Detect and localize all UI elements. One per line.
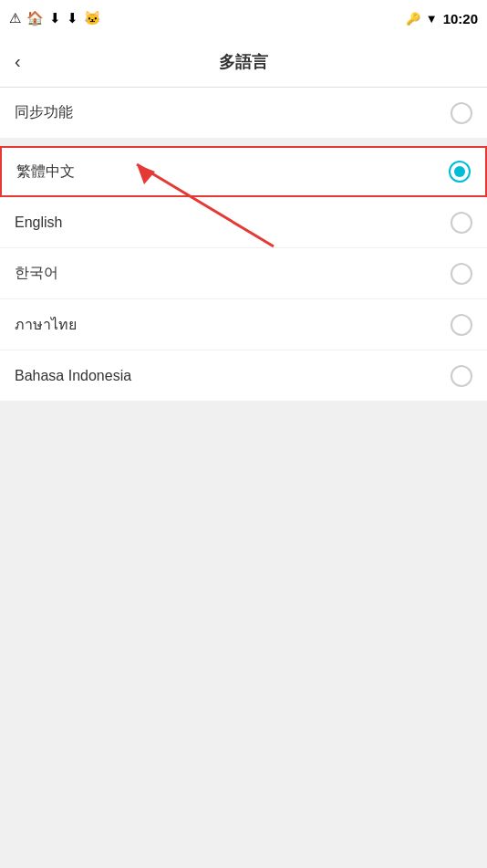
sync-section: 同步功能	[0, 88, 487, 139]
sync-function-item[interactable]: 同步功能	[0, 88, 487, 139]
korean-item[interactable]: 한국어	[0, 248, 487, 299]
traditional-chinese-item[interactable]: 繁體中文	[0, 146, 487, 197]
download-icon-2: ⬇	[67, 10, 78, 26]
download-icon-1: ⬇	[49, 10, 61, 26]
sync-function-label: 同步功能	[15, 103, 73, 122]
status-bar-left: ⚠ 🏠 ⬇ ⬇ 🐱	[9, 10, 101, 26]
english-label: English	[15, 214, 62, 231]
bahasa-radio[interactable]	[451, 365, 472, 387]
back-button[interactable]: ‹	[15, 51, 21, 72]
cat-icon: 🐱	[84, 10, 101, 26]
thai-item[interactable]: ภาษาไทย	[0, 299, 487, 350]
header: ‹ 多語言	[0, 37, 487, 88]
thai-label: ภาษาไทย	[15, 313, 77, 336]
sync-function-radio[interactable]	[451, 102, 472, 124]
time-display: 10:20	[443, 11, 478, 26]
english-radio[interactable]	[451, 212, 472, 234]
traditional-chinese-label: 繁體中文	[16, 162, 75, 182]
bahasa-item[interactable]: Bahasa Indonesia	[0, 350, 487, 402]
korean-label: 한국어	[15, 264, 58, 283]
language-section: 繁體中文 English 한국어 ภาษาไทย Bahasa Indonesi…	[0, 146, 487, 402]
english-item[interactable]: English	[0, 197, 487, 248]
bahasa-label: Bahasa Indonesia	[15, 368, 131, 384]
traditional-chinese-radio[interactable]	[449, 161, 471, 183]
section-divider	[0, 139, 487, 146]
thai-radio[interactable]	[451, 314, 472, 336]
wifi-icon: ▼	[426, 12, 438, 26]
warning-icon: ⚠	[9, 10, 21, 26]
content: 同步功能 繁體中文 English 한국어 ภาษาไทย Bahasa I	[0, 88, 487, 402]
page-title: 多語言	[219, 51, 268, 73]
key-icon: 🔑	[406, 12, 420, 26]
status-bar: ⚠ 🏠 ⬇ ⬇ 🐱 🔑 ▼ 10:20	[0, 0, 487, 37]
korean-radio[interactable]	[451, 263, 472, 285]
home-icon: 🏠	[26, 10, 44, 26]
status-bar-right: 🔑 ▼ 10:20	[406, 11, 478, 26]
